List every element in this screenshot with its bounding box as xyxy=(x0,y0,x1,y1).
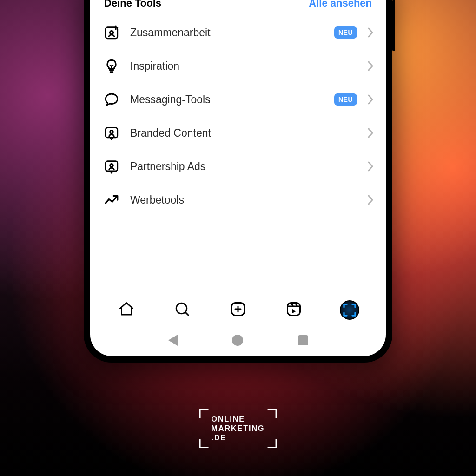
section-title: Deine Tools xyxy=(104,0,161,9)
tool-row-collab[interactable]: ZusammenarbeitNEU xyxy=(90,16,386,49)
app-bottom-nav xyxy=(90,292,386,327)
chevron-right-icon xyxy=(367,94,374,105)
tool-row-branded[interactable]: Branded Content xyxy=(90,116,386,150)
tool-row-chat[interactable]: Messaging-ToolsNEU xyxy=(90,83,386,116)
system-home-button[interactable] xyxy=(232,335,243,346)
section-header: Deine Tools Alle ansehen xyxy=(90,0,386,16)
trend-icon xyxy=(103,192,120,208)
see-all-link[interactable]: Alle ansehen xyxy=(309,0,372,9)
new-badge: NEU xyxy=(334,26,357,39)
new-badge: NEU xyxy=(334,93,357,106)
tool-label: Messaging-Tools xyxy=(130,93,324,106)
plus-square-icon xyxy=(230,301,246,319)
chevron-right-icon xyxy=(367,61,374,71)
tools-section: Deine Tools Alle ansehen ZusammenarbeitN… xyxy=(90,0,386,292)
profile-tab[interactable] xyxy=(339,300,360,320)
chevron-right-icon xyxy=(367,128,374,138)
android-system-nav xyxy=(90,327,386,356)
profile-avatar-icon xyxy=(340,300,359,320)
promo-stage: Deine Tools Alle ansehen ZusammenarbeitN… xyxy=(0,0,476,476)
phone-screen: Deine Tools Alle ansehen ZusammenarbeitN… xyxy=(90,0,386,356)
system-back-button[interactable] xyxy=(168,335,178,346)
circle-home-icon xyxy=(232,335,243,346)
chevron-right-icon xyxy=(367,195,374,205)
brand-line-3: .DE xyxy=(212,433,265,443)
home-tab[interactable] xyxy=(116,300,137,320)
reels-tab[interactable] xyxy=(284,300,304,320)
chevron-right-icon xyxy=(367,27,374,38)
search-icon xyxy=(174,301,191,319)
tool-row-bulb[interactable]: Inspiration xyxy=(90,49,386,83)
square-recents-icon xyxy=(298,335,308,345)
bulb-icon xyxy=(103,58,120,74)
system-recents-button[interactable] xyxy=(298,335,308,345)
svg-marker-6 xyxy=(292,309,296,313)
tool-label: Branded Content xyxy=(130,127,357,139)
tool-label: Inspiration xyxy=(130,60,357,73)
brand-logo: ONLINE MARKETING .DE xyxy=(199,409,277,448)
tool-label: Zusammenarbeit xyxy=(130,26,324,39)
tools-list: ZusammenarbeitNEUInspirationMessaging-To… xyxy=(90,16,386,217)
search-tab[interactable] xyxy=(172,300,192,320)
tool-label: Partnership Ads xyxy=(130,160,357,173)
create-tab[interactable] xyxy=(228,300,248,320)
tool-label: Werbetools xyxy=(130,194,357,206)
phone-side-button xyxy=(392,0,395,51)
chevron-right-icon xyxy=(367,161,374,172)
home-icon xyxy=(118,301,135,319)
collab-icon xyxy=(103,24,120,41)
tool-row-branded[interactable]: Partnership Ads xyxy=(90,150,386,183)
svg-line-1 xyxy=(185,312,189,315)
svg-rect-5 xyxy=(288,303,300,315)
branded-icon xyxy=(103,125,120,141)
reels-icon xyxy=(285,301,302,319)
triangle-back-icon xyxy=(168,335,178,346)
branded-icon xyxy=(103,158,120,175)
brand-line-1: ONLINE xyxy=(212,415,265,424)
phone-frame: Deine Tools Alle ansehen ZusammenarbeitN… xyxy=(84,0,392,363)
tool-row-trend[interactable]: Werbetools xyxy=(90,183,386,217)
brand-line-2: MARKETING xyxy=(212,424,265,433)
chat-icon xyxy=(103,91,120,108)
